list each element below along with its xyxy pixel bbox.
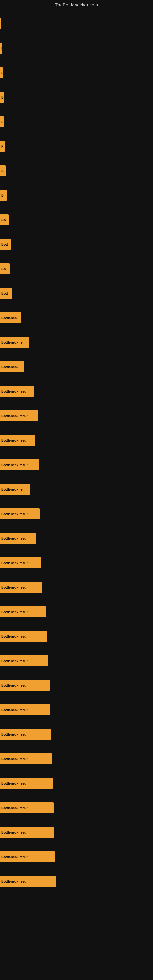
result-bar: Bottleneck result	[0, 655, 48, 667]
bar-label: Bottleneck resu	[1, 536, 27, 540]
bar-label: Bottleneck result	[1, 880, 29, 883]
bar-row: Bottleneck result	[0, 747, 153, 771]
bar-label: F	[1, 46, 2, 50]
bar-row: Bottleneck result	[0, 550, 153, 575]
bar-row: Bottleneck result	[0, 649, 153, 673]
result-bar: Bottleneck result	[0, 753, 52, 764]
bar-label: F	[1, 145, 3, 148]
result-bar: Bottleneck result	[0, 802, 54, 813]
bar-label: Bottlenec	[1, 316, 16, 320]
bar-label: Bottleneck re	[1, 340, 22, 344]
result-bar: Bottleneck resu	[0, 435, 35, 446]
bar-row: Bottleneck result	[0, 453, 153, 477]
bar-label: Bottleneck result	[1, 733, 29, 736]
bar-row: F	[0, 36, 153, 60]
bar-row: Bott	[0, 281, 153, 305]
bar-row: F	[0, 134, 153, 159]
bar-row: Bottleneck result	[0, 869, 153, 894]
bar-row: F	[0, 110, 153, 134]
bar-row: Bottleneck result	[0, 771, 153, 795]
bar-label: Bott	[1, 243, 8, 246]
bar-label: F	[1, 71, 3, 75]
bar-row: Bottleneck resu	[0, 526, 153, 550]
bar-row: B	[0, 85, 153, 110]
result-bar: Bottleneck result	[0, 851, 55, 862]
result-bar: Bottleneck	[0, 361, 24, 372]
bar-row: Bott	[0, 232, 153, 257]
result-bar: Bottleneck resu	[0, 386, 33, 397]
result-bar: Bo	[0, 215, 9, 225]
result-bar: Bottleneck re	[0, 337, 29, 348]
bar-row: B	[0, 159, 153, 183]
bar-row: Bo	[0, 208, 153, 232]
result-bar: Bottleneck result	[0, 460, 39, 470]
bar-row: Bottleneck result	[0, 502, 153, 526]
result-bar: Bo	[0, 263, 10, 274]
bar-row: Bo	[0, 257, 153, 281]
bar-label: Bottleneck resu	[1, 439, 27, 442]
bar-row: Bottleneck result	[0, 722, 153, 747]
bar-label: Bottleneck result	[1, 610, 29, 614]
result-bar: F	[0, 141, 5, 152]
bar-label: Bottleneck result	[1, 463, 29, 467]
result-bar: B	[0, 92, 4, 103]
result-bar: Bottlenec	[0, 312, 21, 323]
bar-label: Bottleneck result	[1, 414, 29, 418]
result-bar: B	[0, 165, 5, 177]
result-bar: F	[0, 116, 4, 127]
result-bar: Bottleneck result	[0, 582, 42, 593]
bar-label: F	[1, 120, 3, 124]
bar-label: Bott	[1, 291, 8, 295]
bar-row: B	[0, 183, 153, 208]
result-bar: Bottleneck result	[0, 778, 53, 789]
bar-row: Bottleneck result	[0, 845, 153, 869]
bar-label: Bottleneck result	[1, 659, 29, 663]
bar-row: F	[0, 60, 153, 85]
bar-label: Bottleneck result	[1, 757, 29, 761]
bar-row: Bottleneck result	[0, 698, 153, 722]
result-bar: Bottleneck resu	[0, 533, 36, 544]
bar-label: B	[1, 95, 4, 99]
result-bar: F	[0, 67, 3, 78]
result-bar: Bottleneck result	[0, 827, 54, 838]
result-bar: B	[0, 190, 7, 201]
site-title: TheBottlenecker.com	[0, 0, 153, 9]
result-bar: Bottleneck result	[0, 729, 51, 740]
bar-label: B	[1, 169, 4, 173]
result-bar: Bottleneck result	[0, 631, 48, 642]
result-bar: Bottleneck result	[0, 606, 46, 617]
result-bar: Bottleneck result	[0, 705, 51, 715]
bar-label: Bottleneck resu	[1, 390, 27, 393]
bar-row: Bottleneck result	[0, 673, 153, 698]
result-bar: Bott	[0, 239, 11, 250]
result-bar: Bottleneck result	[0, 557, 41, 568]
bar-row: Bottleneck result	[0, 600, 153, 624]
bar-row: Bottlenec	[0, 305, 153, 330]
bar-label: Bottleneck result	[1, 855, 29, 859]
bar-row: Bottleneck	[0, 355, 153, 379]
bar-label: Bottleneck	[1, 365, 18, 369]
bar-row: Bottleneck resu	[0, 379, 153, 404]
bar-label: B	[1, 194, 4, 197]
result-bar: Bott	[0, 288, 12, 299]
bar-row: Bottleneck resu	[0, 428, 153, 453]
bar-label: Bottleneck result	[1, 781, 29, 785]
bar-row: Bottleneck result	[0, 575, 153, 600]
bar-label: Bottleneck result	[1, 585, 29, 589]
bar-label: Bottleneck result	[1, 806, 29, 810]
result-bar: Bottleneck result	[0, 876, 56, 887]
bar-label: Bo	[1, 218, 6, 222]
result-bar: F	[0, 43, 2, 54]
bar-row: Bottleneck result	[0, 795, 153, 820]
bar-label: Bottleneck result	[1, 830, 29, 834]
bar-label: Bo	[1, 267, 6, 271]
bar-row: |	[0, 12, 153, 36]
bar-label: Bottleneck result	[1, 512, 29, 516]
bar-label: Bottleneck result	[1, 708, 29, 712]
bar-label: Bottleneck re	[1, 488, 22, 491]
bars-container: |FFBFFBBBoBottBoBottBottlenecBottleneck …	[0, 9, 153, 897]
bar-row: Bottleneck result	[0, 624, 153, 649]
bar-label: Bottleneck result	[1, 684, 29, 687]
bar-row: Bottleneck result	[0, 404, 153, 428]
bar-row: Bottleneck result	[0, 820, 153, 845]
